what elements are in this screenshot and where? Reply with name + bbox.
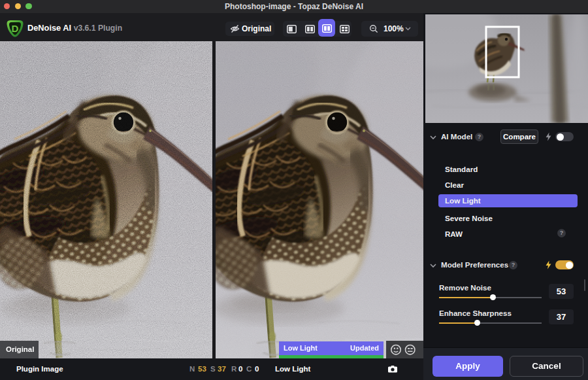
svg-text:D: D — [12, 23, 19, 34]
